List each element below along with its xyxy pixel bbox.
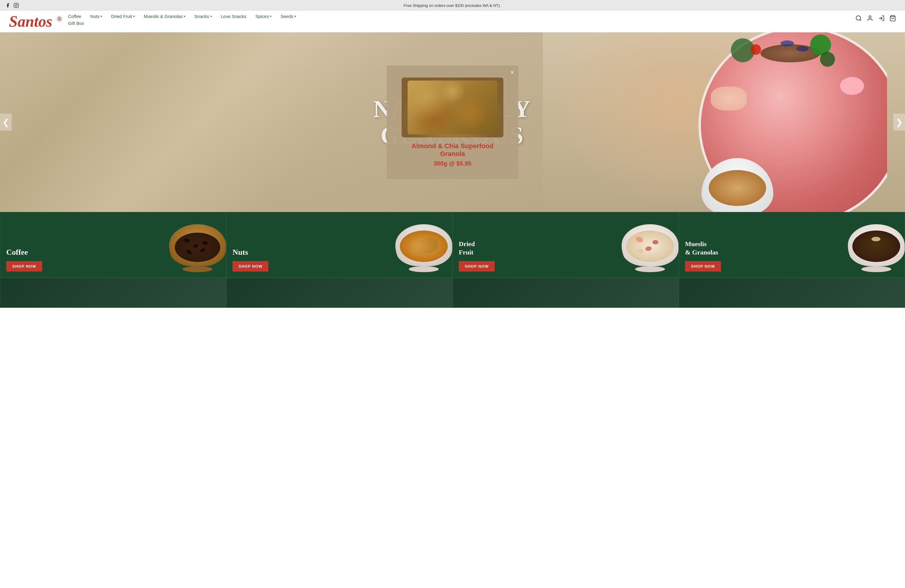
chevron-down-icon: ▾ (294, 15, 296, 18)
popup-overlay: × Almond & Chia Superfood Granola 300g @… (0, 32, 905, 212)
nav-snacks[interactable]: Snacks ▾ (194, 14, 211, 19)
category-card-mueslis: Mueslis & Granolas SHOP NOW (679, 212, 905, 278)
search-icon[interactable] (855, 15, 862, 23)
header-icons (855, 14, 896, 23)
shipping-message: Free Shipping on orders over $100 (exclu… (19, 3, 885, 8)
chevron-down-icon: ▾ (100, 15, 102, 18)
bottom-card-2 (226, 278, 452, 308)
svg-rect-0 (14, 3, 19, 8)
dried-fruit-card-title: Dried Fruit (459, 240, 672, 257)
chevron-down-icon: ▾ (133, 15, 135, 18)
svg-line-4 (860, 19, 861, 21)
nav-gift-box[interactable]: Gift Box (68, 21, 84, 26)
svg-point-5 (869, 16, 871, 18)
nuts-card-title: Nuts (233, 248, 446, 257)
bowl-shape (395, 224, 452, 266)
nav-dried-fruit[interactable]: Dried Fruit ▾ (111, 14, 135, 19)
nav-bottom-row: Gift Box (68, 21, 855, 26)
bottom-card-1 (0, 278, 226, 308)
bowl-base (635, 266, 665, 272)
top-bar: Free Shipping on orders over $100 (exclu… (0, 0, 905, 11)
granola-image (408, 81, 497, 134)
coffee-bowl-image (169, 215, 226, 275)
popup-product-price: 300g @ $5.95 (399, 160, 506, 167)
category-grid: Coffee SHOP NOW Nuts SHOP NOW (0, 212, 905, 278)
bowl-shape (169, 224, 226, 266)
chevron-down-icon: ▾ (184, 15, 185, 18)
nav-spices[interactable]: Spices ▾ (255, 14, 272, 19)
nav-coffee[interactable]: Coffee (68, 14, 81, 19)
instagram-icon[interactable] (13, 2, 19, 8)
chevron-down-icon: ▾ (270, 15, 272, 18)
social-links[interactable] (5, 2, 19, 8)
account-icon[interactable] (867, 15, 873, 23)
nav-love-snacks[interactable]: Love Snacks (221, 14, 247, 19)
category-card-nuts: Nuts SHOP NOW (226, 212, 452, 278)
cart-icon[interactable] (889, 15, 896, 23)
nav-top-row: Coffee Nuts ▾ Dried Fruit ▾ Mueslis & Gr… (68, 14, 855, 19)
login-icon[interactable] (878, 15, 884, 23)
category-card-dried-fruit: Dried Fruit SHOP NOW (452, 212, 679, 278)
site-logo[interactable]: Santos ® (9, 14, 62, 29)
mueslis-card-title: Mueslis & Granolas (685, 240, 899, 257)
chevron-down-icon: ▾ (210, 15, 212, 18)
bottom-card-3 (452, 278, 679, 308)
nav-nuts[interactable]: Nuts ▾ (90, 14, 102, 19)
svg-point-2 (17, 4, 17, 5)
mueslis-shop-now-button[interactable]: SHOP NOW (685, 261, 721, 272)
coffee-card-title: Coffee (6, 248, 220, 257)
popup-product-image (402, 78, 503, 137)
bowl-base (861, 266, 891, 272)
hero-section: NATURALLY GENEROUS ❮ ❯ × Almond & Chia S… (0, 32, 905, 212)
bowl-base (183, 266, 213, 272)
svg-point-1 (15, 5, 17, 6)
header: Santos ® Coffee Nuts ▾ Dried Fruit ▾ Mue… (0, 11, 905, 32)
bowl-base (409, 266, 439, 272)
nav-seeds[interactable]: Seeds ▾ (280, 14, 296, 19)
popup: × Almond & Chia Superfood Granola 300g @… (387, 65, 518, 179)
category-card-coffee: Coffee SHOP NOW (0, 212, 226, 278)
facebook-icon[interactable] (5, 2, 11, 8)
nuts-bowl-image (395, 215, 452, 275)
nuts-shop-now-button[interactable]: SHOP NOW (233, 261, 268, 272)
nav-mueslis[interactable]: Mueslis & Granolas ▾ (144, 14, 185, 19)
dried-fruit-shop-now-button[interactable]: SHOP NOW (459, 261, 495, 272)
svg-point-3 (856, 16, 861, 21)
bottom-category-row (0, 278, 905, 308)
popup-product-title: Almond & Chia Superfood Granola (399, 142, 506, 158)
navigation: Coffee Nuts ▾ Dried Fruit ▾ Mueslis & Gr… (68, 14, 855, 26)
popup-close-button[interactable]: × (510, 68, 514, 76)
bottom-card-4 (679, 278, 905, 308)
coffee-shop-now-button[interactable]: SHOP NOW (6, 261, 42, 272)
